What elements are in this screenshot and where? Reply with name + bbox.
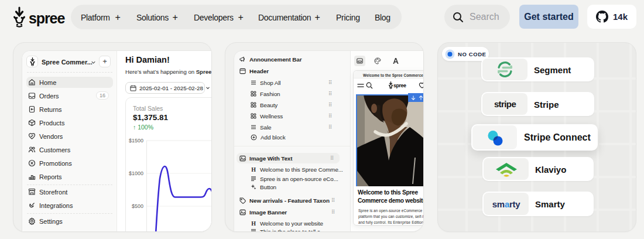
svg-text:$1000: $1000	[129, 170, 143, 176]
svg-text:H: H	[251, 220, 256, 226]
svg-text:H: H	[251, 166, 256, 172]
svg-text:$500: $500	[132, 203, 143, 209]
svg-text:$1500: $1500	[129, 138, 143, 144]
